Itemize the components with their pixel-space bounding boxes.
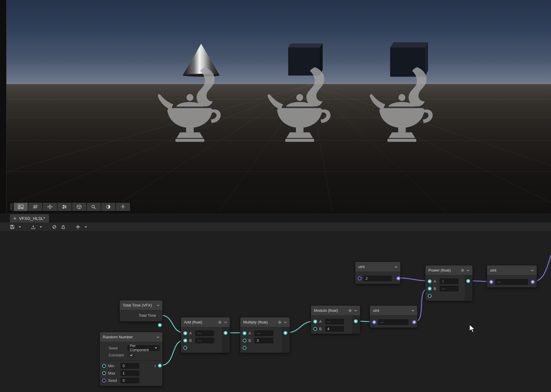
- add-node-dropdown-button[interactable]: [84, 225, 88, 229]
- node-multiply[interactable]: Multiply (float) A — B 3: [240, 317, 290, 353]
- tab-vfxg-hlsl[interactable]: VFXG_HLSL*: [10, 214, 49, 223]
- node-header[interactable]: Random Number: [100, 332, 162, 342]
- save-button[interactable]: [9, 224, 16, 230]
- constant-checkbox[interactable]: [129, 353, 133, 357]
- b-field[interactable]: 4: [325, 326, 344, 332]
- output-port[interactable]: [158, 364, 162, 368]
- particle-lamp-gizmo[interactable]: [266, 66, 342, 149]
- chevron-down-icon[interactable]: [157, 336, 159, 338]
- value-field[interactable]: —: [495, 279, 528, 285]
- gizmos-button[interactable]: [72, 203, 86, 211]
- input-port-a[interactable]: [183, 331, 187, 335]
- input-port-a[interactable]: [428, 279, 432, 283]
- save-template-dropdown-button[interactable]: [39, 225, 43, 229]
- a-field[interactable]: —: [325, 319, 344, 324]
- input-port-a[interactable]: [243, 331, 246, 335]
- search-button[interactable]: [87, 203, 101, 211]
- gear-icon[interactable]: [348, 309, 352, 312]
- node-uint-top[interactable]: uint 2: [355, 262, 401, 284]
- node-header[interactable]: Multiply (float): [240, 317, 290, 327]
- output-port[interactable]: [531, 280, 535, 284]
- seed-field[interactable]: 0: [121, 378, 139, 383]
- node-header[interactable]: Total Time (VFX): [120, 300, 162, 310]
- wire-uint-power-a[interactable]: [399, 278, 429, 281]
- caret-down-icon: [155, 347, 157, 349]
- chevron-down-icon[interactable]: [354, 310, 357, 312]
- node-header[interactable]: uint: [487, 265, 537, 275]
- lighting-button[interactable]: [101, 203, 115, 211]
- chevron-down-icon[interactable]: [411, 310, 414, 312]
- a-field[interactable]: —: [195, 330, 214, 336]
- input-port-min[interactable]: [102, 364, 106, 368]
- node-header[interactable]: Power (float): [425, 265, 472, 275]
- output-port[interactable]: [224, 331, 227, 335]
- input-port-extra[interactable]: [183, 346, 187, 350]
- frame-button[interactable]: [116, 203, 130, 211]
- a-field[interactable]: —: [255, 330, 273, 336]
- output-port[interactable]: [397, 276, 400, 280]
- chevron-down-icon[interactable]: [157, 304, 159, 306]
- chevron-down-icon[interactable]: [531, 270, 534, 271]
- chevron-down-icon[interactable]: [467, 270, 470, 271]
- min-field[interactable]: 0: [121, 363, 139, 369]
- wire-multiply-modulo[interactable]: [286, 321, 315, 333]
- b-field[interactable]: 3: [255, 338, 273, 343]
- value-field[interactable]: 2: [364, 276, 392, 281]
- input-port-b[interactable]: [243, 339, 246, 342]
- scene-viewport[interactable]: [0, 0, 551, 213]
- output-port[interactable]: [466, 279, 470, 283]
- input-port-b[interactable]: [183, 339, 187, 342]
- input-port-max[interactable]: [102, 371, 106, 375]
- save-dropdown-button[interactable]: [18, 225, 22, 229]
- node-header[interactable]: Add (float): [181, 317, 230, 327]
- a-field[interactable]: 2: [440, 279, 458, 284]
- output-port[interactable]: [284, 331, 287, 335]
- b-field[interactable]: —: [440, 286, 458, 291]
- input-port-b[interactable]: [313, 327, 317, 331]
- node-power[interactable]: Power (float) A 2 B —: [425, 265, 473, 301]
- input-port-seed[interactable]: [102, 379, 106, 382]
- node-header[interactable]: uint: [355, 262, 400, 272]
- input-port[interactable]: [372, 320, 376, 324]
- chevron-down-icon[interactable]: [394, 266, 397, 268]
- output-port[interactable]: [354, 319, 358, 323]
- move-tool-button[interactable]: [43, 203, 57, 211]
- input-port-extra[interactable]: [428, 294, 432, 298]
- sliders-icon: [62, 204, 67, 209]
- b-field[interactable]: —: [195, 338, 214, 343]
- input-port-extra[interactable]: [243, 346, 246, 350]
- seed-mode-dropdown[interactable]: Per Component: [128, 345, 159, 351]
- node-add[interactable]: Add (float) A — B —: [181, 317, 230, 353]
- gear-icon[interactable]: [218, 321, 222, 324]
- lock-button[interactable]: [60, 224, 67, 230]
- effects-button[interactable]: [58, 203, 72, 211]
- particle-lamp-gizmo[interactable]: [369, 66, 444, 149]
- gear-icon[interactable]: [461, 269, 464, 272]
- input-port[interactable]: [489, 280, 493, 284]
- value-field[interactable]: —: [378, 319, 409, 325]
- node-random-number[interactable]: Random Number Seed Per Component Constan…: [100, 332, 163, 386]
- node-uint-mid[interactable]: uint —: [370, 305, 418, 328]
- max-field[interactable]: 1: [121, 370, 139, 376]
- chevron-down-icon[interactable]: [224, 321, 227, 323]
- node-uint-right[interactable]: uint —: [487, 265, 537, 288]
- output-port[interactable]: [158, 323, 162, 327]
- chevron-down-icon[interactable]: [284, 321, 287, 323]
- input-port[interactable]: [358, 276, 361, 280]
- toolbar-grip[interactable]: [11, 204, 12, 210]
- node-modulo[interactable]: Modulo (float) A — B 4: [311, 305, 360, 334]
- image-mode-button[interactable]: [14, 203, 28, 211]
- save-template-button[interactable]: [30, 224, 37, 230]
- grid-toggle-button[interactable]: [28, 203, 42, 211]
- input-port-b[interactable]: [428, 287, 432, 290]
- node-total-time[interactable]: Total Time (VFX) Total Time: [119, 300, 163, 322]
- graph-canvas[interactable]: Total Time (VFX) Total Time Random Numbe…: [0, 232, 551, 392]
- detach-button[interactable]: [51, 224, 58, 230]
- input-port-a[interactable]: [313, 320, 317, 323]
- gear-icon[interactable]: [278, 321, 281, 324]
- output-port[interactable]: [412, 320, 416, 324]
- node-header[interactable]: uint: [370, 306, 417, 316]
- add-node-button[interactable]: [74, 223, 82, 230]
- node-header[interactable]: Modulo (float): [311, 306, 360, 316]
- particle-lamp-gizmo[interactable]: [157, 66, 232, 149]
